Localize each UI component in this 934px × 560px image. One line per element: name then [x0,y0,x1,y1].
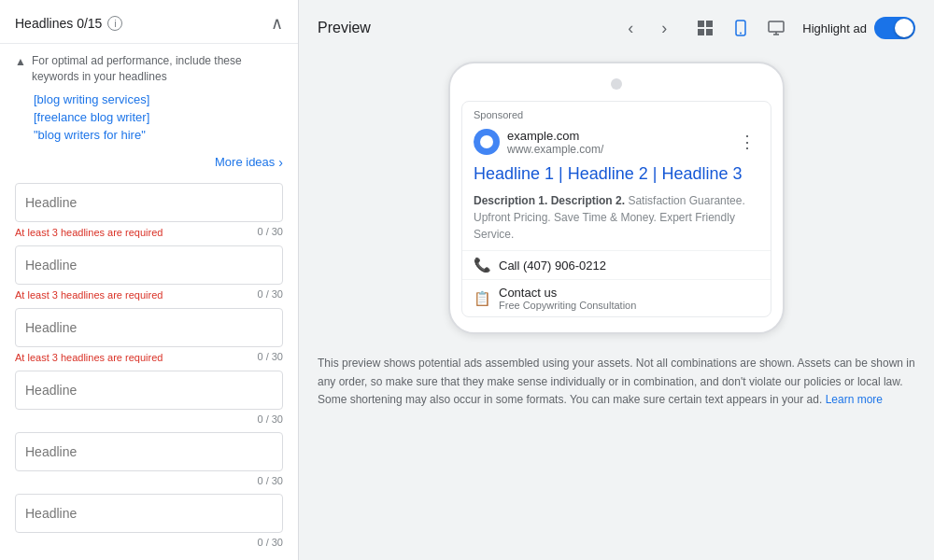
highlight-ad-toggle[interactable] [874,17,915,39]
phone-mockup: Sponsored example.com www.example.com/ ⋮… [448,62,785,334]
svg-rect-1 [706,21,713,27]
headline-count-6: 0 / 30 [257,537,283,548]
headline-input-2[interactable] [15,245,283,285]
more-ideas-row: More ideas › [0,151,298,179]
headline-count-4: 0 / 30 [257,413,283,425]
panel-title: Headlines 0/15 i [15,16,122,31]
grid-view-button[interactable] [690,13,720,43]
prev-button[interactable]: ‹ [616,13,645,43]
contact-subtext: Free Copywriting Consultation [499,300,636,311]
ad-headline: Headline 1 | Headline 2 | Headline 3 [462,161,771,192]
headline-input-5[interactable] [15,432,283,471]
headline-field-group-6: 0 / 30 [15,494,283,548]
headline-field-group-3: At least 3 headlines are required0 / 30 [15,308,283,363]
svg-rect-0 [698,21,704,27]
headline-input-6[interactable] [15,494,283,533]
headline-field-footer-4: 0 / 30 [15,412,283,425]
ad-header: example.com www.example.com/ ⋮ [462,124,771,161]
keyword-tag-1[interactable]: [blog writing services] [34,92,283,106]
headline-error-2: At least 3 headlines are required [15,289,163,301]
phone-icon: 📞 [474,257,491,273]
headline-field-footer-6: 0 / 30 [15,535,283,548]
headline-fields: At least 3 headlines are required0 / 30A… [0,179,298,560]
ad-site-info: example.com www.example.com/ [474,129,603,156]
view-icons [690,13,791,43]
favicon-inner [480,135,493,148]
call-text: Call (407) 906-0212 [499,259,606,273]
headline-field-footer-1: At least 3 headlines are required0 / 30 [15,224,283,238]
headline-field-footer-3: At least 3 headlines are required0 / 30 [15,349,283,363]
headline-input-4[interactable] [15,371,283,410]
keyword-tag-3[interactable]: "blog writers for hire" [34,128,283,142]
svg-rect-6 [769,21,784,32]
headline-count-2: 0 / 30 [257,288,283,300]
nav-controls: ‹ › [616,13,679,43]
next-button[interactable]: › [649,13,679,43]
right-panel: Preview ‹ › [299,0,934,560]
headline-input-1[interactable] [15,183,283,222]
phone-notch [611,78,622,90]
headline-count-3: 0 / 30 [257,351,283,362]
ad-more-button[interactable]: ⋮ [735,128,759,156]
headline-error-3: At least 3 headlines are required [15,352,163,363]
svg-rect-3 [706,29,713,35]
left-panel: Headlines 0/15 i ∧ ▲ For optimal ad perf… [0,0,299,560]
desktop-view-button[interactable] [761,13,791,43]
mobile-view-button[interactable] [726,13,756,43]
contact-text-block: Contact us Free Copywriting Consultation [499,286,636,311]
site-domain: example.com [507,129,603,143]
preview-header: Preview ‹ › [299,0,934,52]
info-icon[interactable]: i [107,16,122,31]
headline-field-group-1: At least 3 headlines are required0 / 30 [15,183,283,238]
preview-title: Preview [318,20,371,36]
contact-icon: 📋 [474,290,491,307]
more-ideas-label: More ideas [215,155,275,169]
headline-count-5: 0 / 30 [257,475,283,486]
ad-call-action: 📞 Call (407) 906-0212 [462,250,771,279]
headline-field-group-2: At least 3 headlines are required0 / 30 [15,245,283,301]
svg-point-5 [740,33,742,35]
preview-disclaimer: This preview shows potential ads assembl… [299,343,934,420]
headline-field-group-5: 0 / 30 [15,432,283,486]
chevron-right-icon: › [278,155,283,170]
toggle-knob [895,19,913,37]
site-url: www.example.com/ [507,143,603,156]
keyword-tag-2[interactable]: [freelance blog writer] [34,110,283,124]
collapse-icon[interactable]: ∧ [271,13,283,34]
headline-error-1: At least 3 headlines are required [15,227,163,238]
headline-field-footer-5: 0 / 30 [15,473,283,486]
keywords-toggle: ▲ For optimal ad performance, include th… [15,53,283,85]
ad-contact-action: 📋 Contact us Free Copywriting Consultati… [462,279,771,316]
ad-card: Sponsored example.com www.example.com/ ⋮… [461,101,771,317]
highlight-ad-label: Highlight ad [802,21,867,35]
more-ideas-link[interactable]: More ideas › [215,155,283,170]
headline-count-1: 0 / 30 [257,226,283,237]
headline-input-3[interactable] [15,308,283,347]
sponsored-label: Sponsored [462,102,771,124]
site-favicon [474,129,500,155]
headlines-count-label: Headlines 0/15 [15,16,102,31]
svg-rect-2 [698,29,704,35]
site-text: example.com www.example.com/ [507,129,603,156]
toggle-arrow-icon[interactable]: ▲ [15,55,26,68]
headline-field-footer-2: At least 3 headlines are required0 / 30 [15,287,283,301]
keywords-hint: For optimal ad performance, include thes… [32,53,283,85]
ad-description-bold: Description 1. Description 2. [474,194,625,207]
panel-header: Headlines 0/15 i ∧ [0,0,298,44]
contact-text: Contact us [499,286,636,300]
learn-more-link[interactable]: Learn more [826,393,883,406]
ad-description: Description 1. Description 2. Satisfacti… [462,192,771,250]
headline-field-group-4: 0 / 30 [15,371,283,425]
highlight-toggle: Highlight ad [802,17,915,39]
phone-container: Sponsored example.com www.example.com/ ⋮… [299,52,934,343]
keywords-section: ▲ For optimal ad performance, include th… [0,44,298,151]
